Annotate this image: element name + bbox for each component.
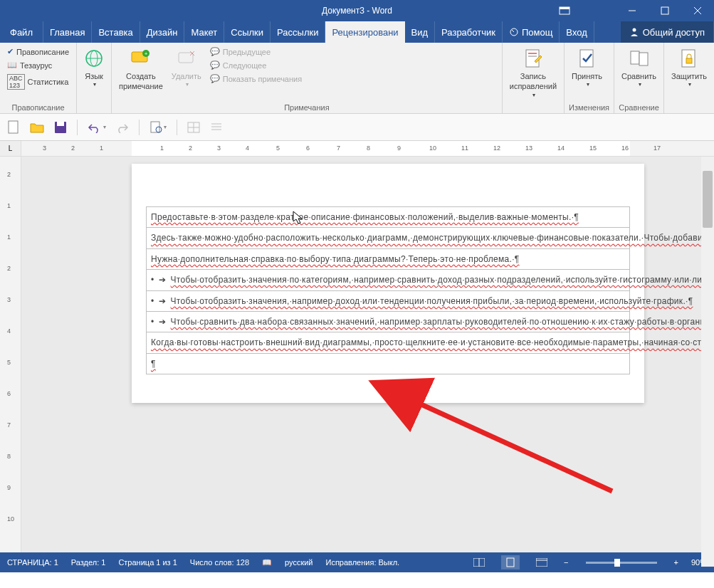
svg-rect-41 bbox=[536, 558, 547, 567]
document-area[interactable]: Предоставьте·в·этом·разделе·краткое·опис… bbox=[21, 157, 714, 552]
svg-rect-23 bbox=[639, 53, 648, 65]
comment-prev-icon: 💬 bbox=[210, 47, 220, 56]
group-proofing: ✔Правописание 📖Тезаурус ABC123Статистика… bbox=[0, 43, 77, 113]
table-row[interactable]: Нужна·дополнительная·справка·по·выбору·т… bbox=[146, 249, 630, 270]
save-icon[interactable] bbox=[54, 121, 67, 134]
svg-rect-3 bbox=[661, 7, 668, 14]
table-row[interactable]: Предоставьте·в·этом·разделе·краткое·опис… bbox=[146, 206, 630, 228]
status-lang-icon: 📖 bbox=[262, 558, 272, 567]
table-row[interactable]: Здесь·также·можно·удобно·расположить·нес… bbox=[146, 228, 630, 248]
print-layout-icon[interactable] bbox=[501, 555, 520, 569]
zoom-slider[interactable] bbox=[586, 562, 657, 564]
group-language: Язык▾ bbox=[77, 43, 112, 113]
track-changes-icon bbox=[523, 47, 543, 70]
status-page[interactable]: СТРАНИЦА: 1 bbox=[7, 558, 58, 567]
zoom-out-button[interactable]: − bbox=[564, 558, 568, 567]
quick-access-toolbar: ▾ ▾ bbox=[0, 114, 714, 141]
page[interactable]: Предоставьте·в·этом·разделе·краткое·опис… bbox=[132, 164, 644, 403]
svg-text:+: + bbox=[145, 51, 148, 57]
open-icon[interactable] bbox=[30, 122, 44, 133]
horizontal-ruler[interactable]: L 3211234567891011121314151617 bbox=[0, 141, 714, 157]
show-comments-icon: 💬 bbox=[210, 74, 220, 83]
compare-button[interactable]: Сравнить▾ bbox=[619, 46, 659, 90]
delete-comment-icon bbox=[177, 47, 196, 70]
scrollbar-thumb[interactable] bbox=[703, 171, 713, 228]
tab-insert[interactable]: Вставка bbox=[92, 21, 140, 43]
redo-icon[interactable] bbox=[116, 122, 129, 133]
vertical-scrollbar[interactable] bbox=[701, 157, 714, 567]
vertical-ruler[interactable]: 2112345678910 bbox=[0, 157, 21, 552]
language-button[interactable]: Язык▾ bbox=[81, 46, 107, 90]
tab-signin[interactable]: Вход bbox=[560, 21, 594, 43]
status-page-of[interactable]: Страница 1 из 1 bbox=[118, 558, 177, 567]
workspace: 2112345678910 Предоставьте·в·этом·раздел… bbox=[0, 157, 714, 552]
track-changes-button[interactable]: Запись исправлений▾ bbox=[507, 46, 560, 100]
status-word-count[interactable]: Число слов: 128 bbox=[190, 558, 249, 567]
status-section[interactable]: Раздел: 1 bbox=[71, 558, 106, 567]
tab-home[interactable]: Главная bbox=[43, 21, 92, 43]
next-comment-button: 💬Следующее bbox=[207, 59, 305, 71]
close-button[interactable] bbox=[681, 0, 714, 21]
new-comment-icon: + bbox=[130, 47, 152, 70]
group-comments: + Создать примечание Удалить▾ 💬Предыдуще… bbox=[112, 43, 503, 113]
minimize-button[interactable] bbox=[616, 0, 649, 21]
status-language[interactable]: русский bbox=[285, 558, 313, 567]
svg-point-8 bbox=[632, 28, 636, 32]
table-row[interactable]: Чтобы·отобразить·значения·по·категориям,… bbox=[146, 270, 630, 290]
tab-mailings[interactable]: Рассылки bbox=[271, 21, 325, 43]
show-comments-button: 💬Показать примечания bbox=[207, 73, 305, 85]
paragraph-icon[interactable] bbox=[210, 122, 223, 133]
tab-view[interactable]: Вид bbox=[405, 21, 436, 43]
table-row[interactable]: ¶ bbox=[146, 354, 630, 374]
undo-icon[interactable]: ▾ bbox=[88, 122, 106, 133]
zoom-in-button[interactable]: + bbox=[674, 558, 678, 567]
lock-icon bbox=[679, 47, 699, 70]
group-protect: Защитить▾ bbox=[664, 43, 714, 113]
group-label: Сравнение bbox=[619, 102, 659, 113]
globe-icon bbox=[84, 47, 104, 70]
group-tracking: Запись исправлений▾ bbox=[503, 43, 565, 113]
group-changes: Принять▾ Изменения bbox=[565, 43, 614, 113]
web-layout-icon[interactable] bbox=[532, 555, 551, 569]
print-preview-icon[interactable]: ▾ bbox=[149, 121, 167, 134]
svg-rect-26 bbox=[9, 121, 18, 133]
svg-rect-15 bbox=[179, 53, 193, 63]
share-button[interactable]: Общий доступ bbox=[621, 21, 714, 43]
svg-rect-1 bbox=[560, 7, 569, 9]
ribbon: ✔Правописание 📖Тезаурус ABC123Статистика… bbox=[0, 43, 714, 114]
tab-file[interactable]: Файл bbox=[0, 21, 43, 43]
spelling-button[interactable]: ✔Правописание bbox=[4, 46, 72, 58]
new-comment-button[interactable]: + Создать примечание bbox=[116, 46, 166, 93]
thesaurus-button[interactable]: 📖Тезаурус bbox=[4, 59, 72, 71]
tab-developer[interactable]: Разработчик bbox=[435, 21, 503, 43]
protect-button[interactable]: Защитить▾ bbox=[668, 46, 710, 90]
tab-references[interactable]: Ссылки bbox=[224, 21, 271, 43]
svg-rect-22 bbox=[631, 51, 639, 64]
delete-comment-button: Удалить▾ bbox=[169, 46, 204, 90]
maximize-button[interactable] bbox=[649, 0, 681, 21]
tab-review[interactable]: Рецензировани bbox=[325, 21, 404, 43]
status-track-changes[interactable]: Исправления: Выкл. bbox=[326, 558, 400, 567]
compare-icon bbox=[629, 47, 649, 70]
accept-icon bbox=[577, 47, 597, 70]
table-icon[interactable] bbox=[187, 122, 200, 133]
table-row[interactable]: Чтобы·сравнить·два·набора·связанных·знач… bbox=[146, 312, 630, 332]
table-row[interactable]: Когда·вы·готовы·настроить·внешний·вид·ди… bbox=[146, 332, 630, 353]
tab-design[interactable]: Дизайн bbox=[140, 21, 185, 43]
word-count-button[interactable]: ABC123Статистика bbox=[4, 73, 72, 91]
tab-help[interactable]: Помощ bbox=[503, 21, 560, 43]
group-compare: Сравнить▾ Сравнение bbox=[614, 43, 664, 113]
accept-button[interactable]: Принять▾ bbox=[569, 46, 605, 90]
svg-rect-28 bbox=[57, 122, 64, 126]
ribbon-display-options-icon[interactable] bbox=[550, 0, 579, 21]
tab-layout[interactable]: Макет bbox=[184, 21, 224, 43]
new-doc-icon[interactable] bbox=[7, 120, 20, 135]
table-row[interactable]: Чтобы·отобразить·значения,·например·дохо… bbox=[146, 291, 630, 312]
ruler-corner: L bbox=[0, 141, 21, 156]
group-label: Примечания bbox=[116, 102, 498, 113]
svg-rect-40 bbox=[507, 558, 514, 567]
comment-next-icon: 💬 bbox=[210, 61, 220, 70]
svg-line-7 bbox=[512, 30, 514, 32]
group-label: Правописание bbox=[4, 102, 72, 113]
read-mode-icon[interactable] bbox=[470, 555, 488, 569]
